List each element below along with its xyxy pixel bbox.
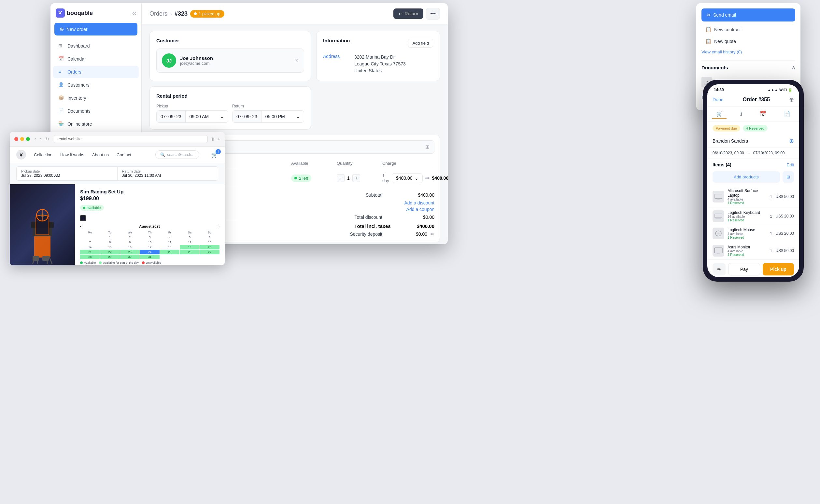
legend-partial: Available for part of the day [99,261,138,264]
cal-next-icon[interactable]: › [218,224,219,228]
col-available: Available [291,161,337,166]
add-field-button[interactable]: Add field [408,39,433,48]
phone-close-button[interactable]: ⊕ [789,96,794,103]
cart-icon[interactable]: 🛒 1 [211,151,218,158]
browser-forward-button[interactable]: › [39,136,43,142]
sidebar-item-documents[interactable]: 📄 Documents [53,105,139,117]
phone-edit-button[interactable]: Edit [787,162,794,167]
nav-how-it-works[interactable]: How it works [60,152,84,157]
filter-icon: ⊞ [425,144,430,150]
pickup-date-box[interactable]: Pickup date Jul 28, 2023 09:00 AM [16,166,118,181]
new-contract-button[interactable]: 📋 New contract [701,24,795,35]
view-email-history-link[interactable]: View email history (0) [701,48,795,56]
logo-icon [56,8,65,18]
product-detail-area: Sim Racing Set Up $199.00 available ‹ Au… [75,184,225,265]
new-order-button[interactable]: ⊕ New order [54,23,137,35]
sidebar-item-customers[interactable]: 👤 Customers [53,79,139,91]
minimize-window-button[interactable] [20,137,24,141]
store-nav: Collection How it works About us Contact… [10,147,225,163]
sidebar-item-online-store[interactable]: 🏪 Online store [53,118,139,130]
phone-time: 14:39 [714,88,724,92]
phone-bottom-bar: ✏ Pay Pick up [707,259,799,277]
sidebar-item-calendar[interactable]: 📅 Calendar [53,53,139,65]
sidebar-item-orders[interactable]: ≡ Orders [53,66,139,78]
quantity-increase-button[interactable]: + [352,174,360,182]
phone-tab-cart[interactable]: 🛒 [712,109,727,119]
svg-point-20 [717,232,719,234]
phone-tab-calendar[interactable]: 📅 [756,109,770,119]
phone-tab-documents[interactable]: 📄 [780,109,794,119]
breadcrumb-orders[interactable]: Orders [149,10,167,17]
browser-window-controls [14,137,30,141]
return-date-box[interactable]: Return date Jul 30, 2023 11:00 AM [118,166,219,181]
nav-about-us[interactable]: About us [92,152,109,157]
phone-pay-button[interactable]: Pay [728,263,760,275]
store-logo [16,150,26,160]
charge-amount[interactable]: $400.00 ⌄ [392,173,423,183]
phone-status-right: ▲▲▲ WiFi 🔋 [767,88,793,92]
phone-edit-button[interactable]: ✏ [713,263,726,275]
phone-pickup-button[interactable]: Pick up [763,263,794,275]
browser-content: Sim Racing Set Up $199.00 available ‹ Au… [10,184,225,265]
nav-collection[interactable]: Collection [34,152,52,157]
phone-item-info-3: Asus Monitor 4 available 1 Reserved [728,245,767,257]
return-time: 05:00 PM ⌄ [262,111,304,122]
browser-url-bar[interactable]: rental website [54,135,207,143]
phone-done-button[interactable]: Done [713,97,723,102]
return-input[interactable]: 07- 09- 23 05:00 PM ⌄ [232,110,304,123]
spacer [316,86,440,130]
remove-customer-button[interactable]: × [295,57,299,64]
phone-tab-info[interactable]: ℹ [736,109,746,119]
browser-window: ‹ › ↻ rental website ⬆ + Collection How … [10,132,225,265]
scan-barcode-button[interactable]: ⊞ [783,171,794,183]
wifi-icon: WiFi [779,88,787,92]
scan-icon: ⊞ [786,175,790,179]
phone-header: Done Order #355 ⊕ [707,94,799,107]
phone-items-list: Microsoft Surface Laptop 4 available 1 R… [707,186,799,259]
sidebar-collapse-btn[interactable]: ‹‹ [132,10,136,17]
calendar-legend: Available Available for part of the day … [80,261,219,264]
browser-back-button[interactable]: ‹ [33,136,37,142]
phone-item-img-1 [713,210,724,222]
customer-avatar: JJ [162,53,176,68]
breadcrumb: Orders › #323 1 picked up [149,10,224,18]
phone-tabs: 🛒 ℹ 📅 📄 [707,107,799,122]
more-options-button[interactable]: ••• [426,8,440,20]
sidebar-item-dashboard[interactable]: ⊞ Dashboard [53,40,139,52]
store-search[interactable]: 🔍 searchSearch... [155,150,199,159]
cal-prev-icon[interactable]: ‹ [80,224,81,228]
quantity-decrease-button[interactable]: − [337,174,345,182]
phone-items-title: Items (4) [713,162,731,167]
pickup-time: 09:00 AM ⌄ [186,111,228,122]
collapse-documents-icon[interactable]: ∧ [792,64,795,70]
customer-name: Joe Johnsson [180,55,291,61]
color-swatch-dark[interactable] [80,215,86,221]
pickup-input[interactable]: 07- 09- 23 09:00 AM ⌄ [156,110,228,123]
browser-add-tab-icon[interactable]: + [218,136,220,142]
new-quote-button[interactable]: 📋 New quote [701,36,795,47]
svg-rect-17 [715,214,722,218]
customer-options-icon[interactable]: ⊕ [789,137,794,145]
edit-security-icon[interactable]: ✏ [431,231,434,237]
pickup-date-label: Pickup date [21,169,113,173]
info-address-row: Address 3202 Marina Bay Dr League City T… [323,54,433,74]
nav-contact[interactable]: Contact [117,152,131,157]
add-discount-button[interactable]: Add a discount [404,200,434,205]
browser-refresh-button[interactable]: ↻ [44,136,50,142]
close-window-button[interactable] [14,137,18,141]
return-date-label: Return date [122,169,214,173]
info-card: Information Add field Address 3202 Marin… [316,31,440,81]
cart-badge: 1 [216,149,221,154]
sidebar-item-inventory[interactable]: 📦 Inventory [53,92,139,104]
send-email-button[interactable]: ✉ Send email [701,8,795,21]
add-coupon-button[interactable]: Add a coupon [406,207,434,212]
browser-share-icon: ⬆ [211,136,215,142]
maximize-window-button[interactable] [26,137,30,141]
user-icon: 👤 [58,82,64,88]
add-products-button[interactable]: Add products [713,171,780,183]
store-icon: 🏪 [58,121,64,127]
return-button[interactable]: ↩ Return [393,8,423,19]
edit-charge-icon[interactable]: ✏ [425,175,430,181]
phone-item-img-0 [713,191,724,203]
info-address-label: Address [323,54,349,74]
